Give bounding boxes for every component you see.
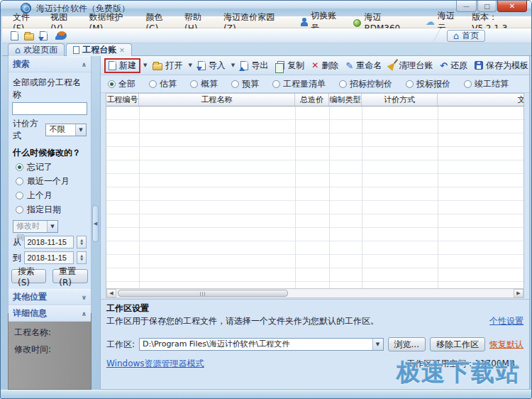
export-icon <box>240 61 248 70</box>
filter-all[interactable]: 全部 <box>108 78 135 90</box>
radio-icon[interactable] <box>272 80 280 88</box>
filter-approx-estimate[interactable]: 概算 <box>190 78 218 90</box>
date-spinner[interactable]: ▲▼ <box>77 236 87 248</box>
workspace-path-label: 工作区: <box>106 339 135 351</box>
scroll-right-arrow[interactable]: ▶ <box>514 289 523 297</box>
chevron-down-icon: ▼ <box>75 124 86 136</box>
search-sidebar: 搜索 ∧ 全部或部分工程名称 计价方式 不限 ▼ 什么时候修改的？ 忘记了 最近… <box>8 56 92 313</box>
col-file-path[interactable]: 文件路径 <box>438 94 524 106</box>
import-dropdown-caret[interactable]: ▼ <box>230 62 236 68</box>
radio-icon[interactable] <box>16 163 23 171</box>
table-body-empty[interactable] <box>106 106 524 288</box>
quick-toolbar: ⌂ 首页 <box>2 28 531 43</box>
reset-button[interactable]: 重置(R) <box>52 269 88 283</box>
chevron-up-icon[interactable]: ∧ <box>82 61 87 68</box>
remove-workspace-button[interactable]: 移除工作区 <box>430 337 485 351</box>
type-filter-row: 全部 估算 概算 预算 工程量清单 招标控制价 <box>101 75 529 93</box>
open-dropdown-caret[interactable]: ▼ <box>187 62 193 68</box>
filter-estimate[interactable]: 估算 <box>149 78 177 90</box>
splitter-collapse-handle[interactable]: ◀ <box>92 205 99 242</box>
chevron-up-icon[interactable]: ∧ <box>82 310 87 317</box>
pricing-method-select[interactable]: 不限 ▼ <box>45 124 87 136</box>
details-panel-header[interactable]: 详细信息 ∧ <box>9 305 91 322</box>
radio-icon[interactable] <box>464 80 472 88</box>
panel-splitter[interactable]: ◀ <box>92 56 100 390</box>
col-pricing-method[interactable]: 计价方式 <box>362 94 438 106</box>
clean-ledger-button[interactable]: 清理台账 <box>386 59 436 72</box>
open-folder-icon[interactable] <box>24 33 34 40</box>
col-compile-type[interactable]: 编制类型 <box>329 94 362 106</box>
new-dropdown-caret[interactable]: ▼ <box>142 62 148 68</box>
tab-close-icon[interactable]: ✕ <box>119 47 125 54</box>
filter-completion-settlement[interactable]: 竣工结算 <box>464 78 509 90</box>
detail-project-name: 工程名称: <box>14 327 85 339</box>
save-as-template-button[interactable]: 保存为模板 <box>472 59 531 72</box>
filter-boq[interactable]: 工程量清单 <box>272 78 326 90</box>
download-site-watermark: 极速下载站 <box>397 357 521 389</box>
import-file-icon[interactable] <box>40 31 48 40</box>
open-button[interactable]: 打开 <box>150 59 185 72</box>
col-total-price[interactable]: 总造价 <box>295 94 329 106</box>
tab-welcome[interactable]: ⌂ 欢迎页面 <box>8 43 65 56</box>
browse-button[interactable]: 浏览... <box>388 337 426 351</box>
other-locations-header[interactable]: 其他位置 ∨ <box>9 289 91 305</box>
import-user-icon[interactable] <box>55 31 62 40</box>
radio-icon[interactable] <box>231 80 239 88</box>
radio-icon[interactable] <box>108 80 116 88</box>
radio-icon[interactable] <box>16 177 23 185</box>
modified-time-select[interactable]: 修改时间 ▼ <box>13 220 58 233</box>
filter-budget[interactable]: 预算 <box>231 78 259 90</box>
cloud-icon: ☁ <box>426 17 435 27</box>
radio-forgot[interactable]: 忘记了 <box>16 161 84 173</box>
delete-button[interactable]: ✕ 删除 <box>309 59 341 72</box>
home-icon: ⌂ <box>453 31 459 41</box>
scrollbar-thumb[interactable] <box>118 290 288 297</box>
to-date-input[interactable] <box>24 251 74 264</box>
restore-button[interactable]: ↶ 还原 <box>437 59 470 72</box>
search-button[interactable]: 搜索(S) <box>11 269 46 283</box>
modified-when-label: 什么时候修改的？ <box>13 147 87 159</box>
tab-project-ledger[interactable]: 工程台账 ✕ <box>66 43 132 56</box>
delete-x-icon: ✕ <box>311 61 318 70</box>
table-header[interactable]: 工程编号 工程名称 总造价 编制类型 计价方式 文件路径 <box>106 93 524 106</box>
user-icon <box>300 18 308 27</box>
radio-icon[interactable] <box>16 192 23 200</box>
project-name-input[interactable] <box>12 102 87 115</box>
copy-icon <box>277 61 284 70</box>
radio-icon[interactable] <box>406 80 414 88</box>
radio-specified-date[interactable]: 指定日期 <box>16 204 84 216</box>
search-panel-header[interactable]: 搜索 ∧ <box>9 56 91 72</box>
col-project-code[interactable]: 工程编号 <box>106 94 139 106</box>
filter-tender-control-price[interactable]: 招标控制价 <box>339 78 392 90</box>
new-file-icon[interactable] <box>11 31 18 40</box>
detail-modified-time: 修改时间: <box>14 344 85 356</box>
restore-default-link[interactable]: 恢复默认 <box>489 339 523 351</box>
rename-pencil-icon: ✎ <box>345 61 353 70</box>
pricing-method-label: 计价方式 <box>13 118 43 142</box>
radio-previous-month[interactable]: 上个月 <box>16 190 84 202</box>
workspace-path-select[interactable]: D:\Program Files\海迈计价软件\工程文件 ▼ <box>139 338 384 351</box>
copy-button[interactable]: 复制 <box>272 59 307 72</box>
tab-bar: ⌂ 欢迎页面 工程台账 ✕ <box>8 43 132 56</box>
horizontal-scrollbar[interactable]: ◀ ▶ <box>106 288 524 298</box>
chevron-down-icon[interactable]: ∨ <box>82 294 87 301</box>
window-bottom-frame <box>1 390 532 399</box>
date-spinner[interactable]: ▲▼ <box>77 251 87 264</box>
home-button[interactable]: ⌂ 首页 <box>447 30 485 42</box>
filter-bid-price[interactable]: 投标报价 <box>406 78 450 90</box>
radio-icon[interactable] <box>339 80 347 88</box>
export-button[interactable]: 导出 <box>238 59 271 72</box>
import-button[interactable]: 导入 <box>195 59 228 72</box>
new-button[interactable]: 新建 <box>104 58 140 73</box>
col-project-name[interactable]: 工程名称 <box>139 94 295 106</box>
from-date-input[interactable] <box>24 236 74 248</box>
personal-settings-link[interactable]: 个性设置 <box>489 315 523 327</box>
explorer-mode-link[interactable]: Windows资源管理器模式 <box>106 358 204 370</box>
radio-icon[interactable] <box>149 80 157 88</box>
radio-icon[interactable] <box>190 80 198 88</box>
rename-button[interactable]: ✎ 重命名 <box>343 59 384 72</box>
radio-last-month[interactable]: 最近一个月 <box>16 175 84 187</box>
application-window: 海迈计价软件（免费版） — □ ✕ 文件(F) 视图(V) 数据维护(M) 颜色… <box>0 0 532 399</box>
scroll-left-arrow[interactable]: ◀ <box>106 289 116 297</box>
radio-icon[interactable] <box>16 206 23 214</box>
